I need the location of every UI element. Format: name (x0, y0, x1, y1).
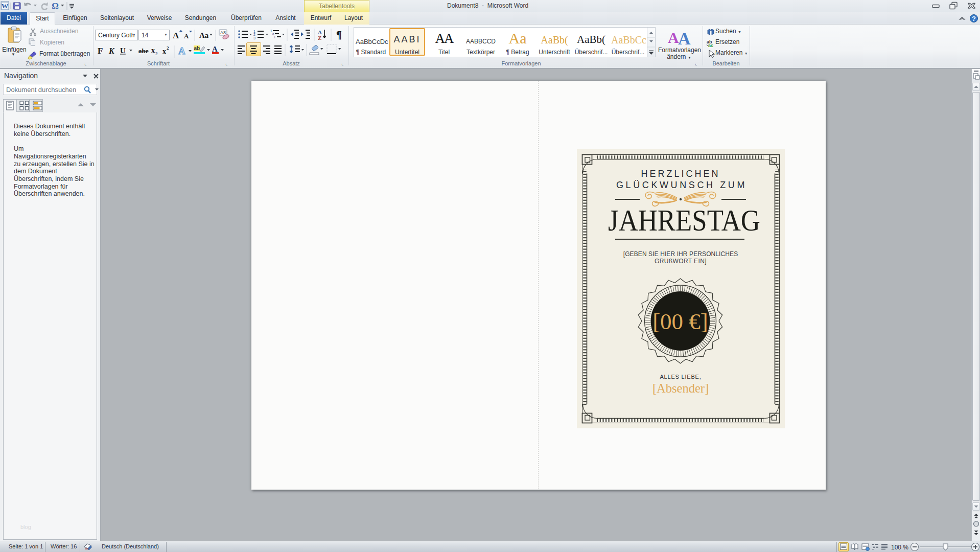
svg-text:?: ? (972, 15, 976, 22)
svg-text:A: A (212, 45, 218, 53)
svg-text:A: A (678, 29, 691, 46)
svg-text:[00 €]: [00 €] (652, 309, 708, 334)
svg-text:A: A (668, 29, 679, 46)
svg-text:F: F (98, 46, 103, 56)
svg-text:W: W (2, 2, 9, 10)
svg-text:Ω: Ω (52, 1, 59, 11)
svg-text:2: 2 (167, 45, 169, 51)
svg-text:A: A (184, 32, 189, 40)
svg-text:HERZLICHEN: HERZLICHEN (641, 169, 720, 179)
svg-text:ALLES LIEBE,: ALLES LIEBE, (660, 374, 701, 380)
svg-text:ab: ab (194, 45, 200, 51)
svg-text:¶: ¶ (336, 29, 342, 40)
svg-text:A8: A8 (220, 30, 226, 35)
svg-text:x: x (151, 47, 155, 54)
svg-text:ac: ac (708, 43, 713, 48)
svg-text:x: x (162, 48, 166, 55)
svg-text:Aa: Aa (199, 31, 209, 39)
svg-text:JAHRESTAG: JAHRESTAG (608, 203, 760, 237)
svg-text:U: U (120, 47, 126, 55)
svg-text:2: 2 (155, 51, 158, 56)
svg-text:A: A (173, 31, 179, 40)
svg-text:Z: Z (318, 35, 321, 41)
svg-text:[GEBEN SIE HIER IHR PERSONLICH: [GEBEN SIE HIER IHR PERSONLICHES (623, 250, 738, 258)
svg-text:3: 3 (253, 36, 255, 40)
svg-text:A: A (178, 45, 185, 56)
svg-text:GLÜCKWUNSCH ZUM: GLÜCKWUNSCH ZUM (616, 180, 747, 190)
svg-text:K: K (108, 47, 115, 55)
svg-text:[Absender]: [Absender] (652, 381, 709, 395)
svg-text:GRUßWORT EIN]: GRUßWORT EIN] (655, 258, 707, 265)
svg-text:i: i (274, 35, 275, 39)
svg-text:abe: abe (138, 47, 149, 55)
